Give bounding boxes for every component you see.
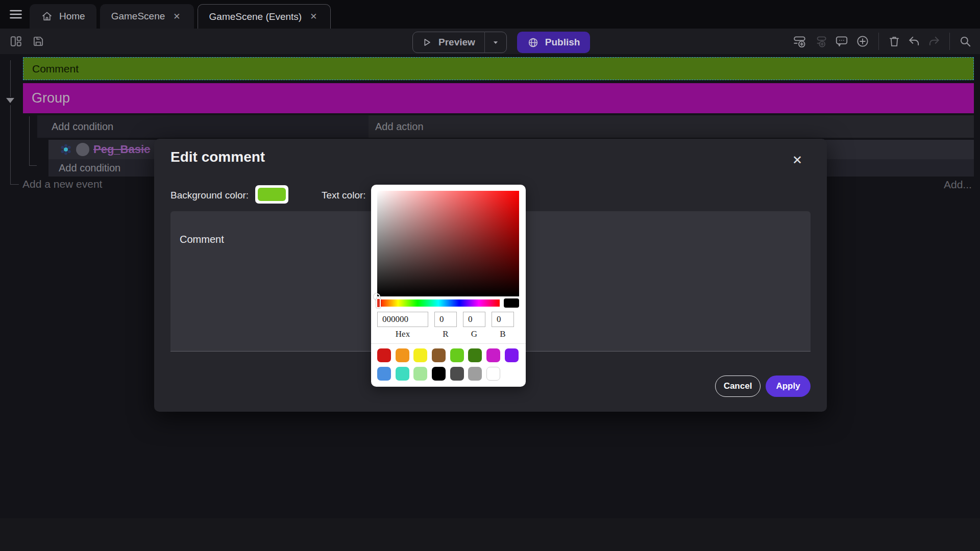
blue-label: B xyxy=(492,329,514,339)
hue-slider[interactable] xyxy=(377,299,500,307)
comment-event-row[interactable]: Comment xyxy=(23,57,974,80)
divider xyxy=(878,33,879,50)
add-comment-icon[interactable] xyxy=(835,34,849,48)
group-row-text: Group xyxy=(32,90,70,106)
choose-event-icon[interactable] xyxy=(855,34,870,48)
play-icon xyxy=(421,37,432,48)
search-icon[interactable] xyxy=(959,35,972,48)
color-swatch[interactable] xyxy=(486,348,500,362)
publish-button[interactable]: Publish xyxy=(517,32,591,53)
dialog-title: Edit comment xyxy=(170,149,265,165)
home-icon xyxy=(41,10,53,22)
swatch-row-2 xyxy=(377,367,523,381)
add-action-placeholder[interactable]: Add action xyxy=(369,115,974,138)
add-action-label: Add action xyxy=(375,121,424,133)
tree-guide-line xyxy=(10,60,11,97)
tab-label: Home xyxy=(59,11,85,22)
tab-gamescene[interactable]: GameScene ✕ xyxy=(100,4,194,29)
object-thumbnail xyxy=(76,143,89,156)
color-swatch[interactable] xyxy=(505,348,519,362)
undo-icon[interactable] xyxy=(908,35,921,48)
current-color-preview xyxy=(504,298,519,308)
save-icon[interactable] xyxy=(32,35,45,48)
toolbar-right xyxy=(793,29,972,54)
add-subevent-icon xyxy=(814,34,828,48)
collapse-group-icon[interactable] xyxy=(6,98,14,103)
divider xyxy=(949,33,950,50)
preview-options-button[interactable] xyxy=(485,38,506,47)
globe-icon xyxy=(527,37,539,48)
tree-guide-line xyxy=(29,165,37,166)
color-swatch[interactable] xyxy=(377,348,391,362)
behavior-icon xyxy=(60,143,72,156)
hamburger-icon xyxy=(8,7,23,21)
color-swatch[interactable] xyxy=(396,348,409,362)
tab-strip: Home GameScene ✕ GameScene (Events) ✕ xyxy=(30,4,331,29)
color-picker-popup: Hex R G B xyxy=(371,185,526,387)
close-tab-icon[interactable]: ✕ xyxy=(308,10,319,23)
add-new-event-button[interactable]: Add a new event xyxy=(22,178,102,191)
color-swatch[interactable] xyxy=(468,348,482,362)
swatch-row-1 xyxy=(377,348,523,362)
preview-button[interactable]: Preview xyxy=(412,32,507,53)
saturation-value-area[interactable] xyxy=(377,191,519,296)
toolbar-center: Preview Publish xyxy=(412,32,590,53)
color-swatch[interactable] xyxy=(432,348,446,362)
red-input[interactable] xyxy=(434,312,457,327)
hex-input[interactable] xyxy=(377,312,428,327)
color-swatch[interactable] xyxy=(413,348,427,362)
red-label: R xyxy=(434,329,457,339)
apply-button[interactable]: Apply xyxy=(766,375,811,397)
close-dialog-icon[interactable]: ✕ xyxy=(792,153,802,167)
hex-label: Hex xyxy=(377,329,428,339)
tab-home[interactable]: Home xyxy=(30,4,96,29)
blue-input[interactable] xyxy=(492,312,514,327)
color-swatch[interactable] xyxy=(450,348,464,362)
background-color-value xyxy=(258,188,286,201)
color-swatch[interactable] xyxy=(486,367,500,381)
color-swatch[interactable] xyxy=(432,367,446,381)
add-condition-label: Add condition xyxy=(59,162,120,174)
cancel-button[interactable]: Cancel xyxy=(715,375,761,397)
main-menu-button[interactable] xyxy=(8,7,23,21)
add-event-icon[interactable] xyxy=(793,34,807,48)
add-more-button[interactable]: Add... xyxy=(944,179,972,191)
tree-guide-line xyxy=(29,116,30,166)
cancel-label: Cancel xyxy=(724,381,752,391)
close-tab-icon[interactable]: ✕ xyxy=(171,10,182,23)
publish-label: Publish xyxy=(545,37,580,48)
green-input[interactable] xyxy=(463,312,485,327)
color-swatch[interactable] xyxy=(450,367,464,381)
group-event-row[interactable]: Group xyxy=(23,83,974,113)
tree-guide-line xyxy=(10,184,19,185)
project-manager-icon[interactable] xyxy=(9,35,22,48)
divider xyxy=(371,343,526,344)
comment-text: Comment xyxy=(180,234,224,245)
preview-label: Preview xyxy=(438,37,475,48)
color-swatch[interactable] xyxy=(377,367,391,381)
hue-slider-thumb[interactable] xyxy=(376,298,381,308)
redo-icon xyxy=(927,35,941,48)
delete-icon[interactable] xyxy=(888,35,901,48)
background-color-swatch-button[interactable] xyxy=(255,185,288,204)
add-new-event-label: Add a new event xyxy=(22,178,102,190)
color-swatch[interactable] xyxy=(396,367,409,381)
background-color-label: Background color: xyxy=(170,190,249,201)
tree-guide-line xyxy=(10,105,11,185)
tab-gamescene-events[interactable]: GameScene (Events) ✕ xyxy=(198,4,331,29)
bottom-strip xyxy=(0,518,980,551)
green-label: G xyxy=(463,329,485,339)
tab-label: GameScene (Events) xyxy=(209,11,302,22)
tab-label: GameScene xyxy=(111,11,165,22)
condition-text: Peg_Basic xyxy=(93,143,150,156)
add-more-label: Add... xyxy=(944,179,972,191)
comment-row-text: Comment xyxy=(32,63,79,75)
color-swatch[interactable] xyxy=(413,367,427,381)
text-color-label: Text color: xyxy=(322,190,366,201)
add-condition-label: Add condition xyxy=(52,121,113,133)
color-swatch[interactable] xyxy=(468,367,482,381)
toolbar-left xyxy=(9,29,45,54)
apply-label: Apply xyxy=(776,381,800,391)
add-condition-placeholder[interactable]: Add condition xyxy=(37,115,369,138)
